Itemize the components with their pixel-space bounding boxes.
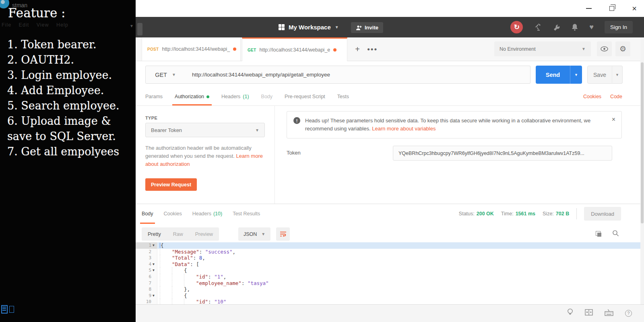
environment-selector[interactable]: No Environment ▼ [494, 41, 591, 56]
menu-bar-fragment: File Edit View Help [2, 22, 68, 28]
divider [576, 208, 577, 219]
wrap-lines-button[interactable] [276, 227, 290, 241]
code-lines: 1▼{2"Message": "success",3"Total": 8,4▼"… [136, 242, 640, 304]
vertical-scrollbar[interactable] [640, 37, 644, 304]
gear-icon: ⚙ [619, 44, 626, 54]
heart-icon[interactable]: ♥ [589, 23, 594, 31]
tab-body[interactable]: Body [261, 88, 273, 105]
save-button[interactable]: Save [587, 66, 612, 84]
response-meta: Status:200 OK Time:1561 ms Size:702 B Do… [459, 204, 621, 224]
copy-icon[interactable] [596, 231, 602, 237]
sign-in-button[interactable]: Sign In [605, 21, 633, 33]
auth-type-value: Bearer Token [151, 127, 182, 133]
console-icon[interactable] [1, 305, 17, 314]
response-tab-cookies[interactable]: Cookies [164, 204, 182, 224]
view-raw[interactable]: Raw [167, 231, 189, 237]
auth-type-selector[interactable]: Bearer Token ▼ [145, 123, 265, 137]
environment-value: No Environment [500, 46, 536, 52]
response-body-editor[interactable]: 1▼{2"Message": "success",3"Total": 8,4▼"… [136, 242, 640, 304]
help-icon[interactable]: ? [625, 310, 632, 317]
tab-headers[interactable]: Headers (1) [221, 88, 249, 105]
sidebar-toggle-fragment[interactable] [137, 23, 142, 35]
view-pretty[interactable]: Pretty [142, 231, 167, 237]
search-icon[interactable] [612, 230, 619, 238]
panel-divider [275, 106, 275, 204]
response-headers-count: (10) [213, 211, 222, 217]
learn-more-variables-link[interactable]: Learn more about variables [372, 126, 436, 132]
get-tab-url: http://localhost:34144/webapi_e [259, 47, 330, 53]
method-selector[interactable]: GET ▼ [145, 66, 186, 84]
workspace-switcher[interactable]: My Workspace ▼ [279, 17, 339, 37]
workspace-grid-icon [279, 24, 285, 30]
bell-icon[interactable] [571, 23, 578, 31]
keyboard-shortcuts-icon[interactable] [605, 309, 613, 318]
scrollbar-thumb[interactable] [641, 62, 644, 223]
feature-list: 1. Token bearer. 2. OAUTH2. 3. Login emp… [7, 37, 119, 159]
feature-line: 5. Search employee. [7, 98, 119, 114]
warning-icon: ! [293, 117, 300, 124]
settings-button[interactable]: ⚙ [615, 41, 630, 56]
url-input[interactable] [185, 66, 530, 84]
response-tabs: Body Cookies Headers (10) Test Results [142, 204, 260, 224]
post-method-label: POST [147, 47, 159, 52]
tab-options-button[interactable]: ●●● [364, 42, 380, 56]
send-options-button[interactable]: ▼ [570, 66, 582, 84]
view-preview[interactable]: Preview [189, 231, 219, 237]
chevron-down-icon: ▼ [172, 72, 176, 77]
tab-params[interactable]: Params [145, 88, 163, 105]
preview-request-button[interactable]: Preview Request [145, 178, 197, 191]
satellite-icon[interactable] [534, 23, 542, 31]
chevron-down-icon: ▼ [130, 24, 134, 28]
postman-window: × My Workspace ▼ Invite ↻ ♥ Sign In POS [0, 0, 644, 322]
cookies-link[interactable]: Cookies [583, 94, 601, 99]
sync-icon[interactable]: ↻ [510, 21, 523, 33]
post-tab-url: http://localhost:34144/webapi_ [162, 46, 230, 52]
chevron-down-icon: ▼ [261, 232, 265, 236]
sensitive-data-warning: ! Heads up! These parameters hold sensit… [287, 111, 622, 138]
environment-quicklook-button[interactable] [597, 41, 612, 56]
chevron-down-icon: ▼ [255, 128, 259, 132]
wrench-icon[interactable] [553, 23, 560, 31]
feature-heading: Feature : [8, 6, 66, 20]
header-icons: ↻ ♥ Sign In [510, 17, 633, 37]
feature-line: 1. Token bearer. [7, 37, 119, 52]
format-selector[interactable]: JSON ▼ [238, 227, 270, 241]
invite-button[interactable]: Invite [351, 22, 383, 33]
response-tab-body[interactable]: Body [142, 204, 153, 224]
restore-icon[interactable] [609, 6, 614, 11]
tab-tests[interactable]: Tests [337, 88, 349, 105]
chevron-down-icon: ▼ [582, 47, 586, 51]
minimize-icon[interactable] [586, 8, 592, 9]
response-tab-test-results[interactable]: Test Results [233, 204, 260, 224]
feature-line: 3. Login employee. [7, 68, 119, 83]
status-bar-icons: ? [567, 304, 632, 322]
tab-prerequest-script[interactable]: Pre-request Script [285, 88, 325, 105]
feature-line: save to SQL Server. [7, 129, 119, 144]
code-link[interactable]: Code [610, 94, 622, 99]
format-value: JSON [244, 231, 257, 237]
send-button[interactable]: Send [536, 66, 570, 84]
two-pane-layout-icon[interactable] [585, 309, 593, 317]
auth-description: The authorization header will be automat… [145, 144, 264, 168]
tab-authorization[interactable]: Authorization [175, 88, 209, 105]
headers-count: (1) [243, 94, 249, 99]
person-plus-icon [356, 25, 362, 31]
close-warning-icon[interactable]: × [612, 116, 615, 123]
lightbulb-icon[interactable] [567, 308, 573, 318]
auth-set-dot-icon [206, 95, 209, 98]
new-tab-button[interactable]: + [351, 42, 364, 56]
save-options-button[interactable]: ▼ [612, 66, 623, 84]
feature-overlay: stman File Edit View Help ▼ Feature : 1.… [0, 0, 136, 322]
response-tab-headers[interactable]: Headers (10) [192, 204, 222, 224]
tab-get-request-active[interactable]: GET http://localhost:34144/webapi_e [242, 37, 347, 61]
request-subtabs: Params Authorization Headers (1) Body Pr… [136, 88, 644, 106]
status-indicator: Status:200 OK [459, 211, 494, 217]
download-button[interactable]: Download [584, 207, 621, 221]
window-controls: × [586, 0, 637, 17]
token-input[interactable] [393, 146, 612, 161]
close-icon[interactable]: × [632, 4, 637, 12]
response-toolbar [596, 230, 619, 238]
workspace-label: My Workspace [289, 24, 331, 31]
size-indicator: Size:702 B [543, 211, 569, 217]
tab-post-request[interactable]: POST http://localhost:34144/webapi_ [142, 37, 241, 61]
